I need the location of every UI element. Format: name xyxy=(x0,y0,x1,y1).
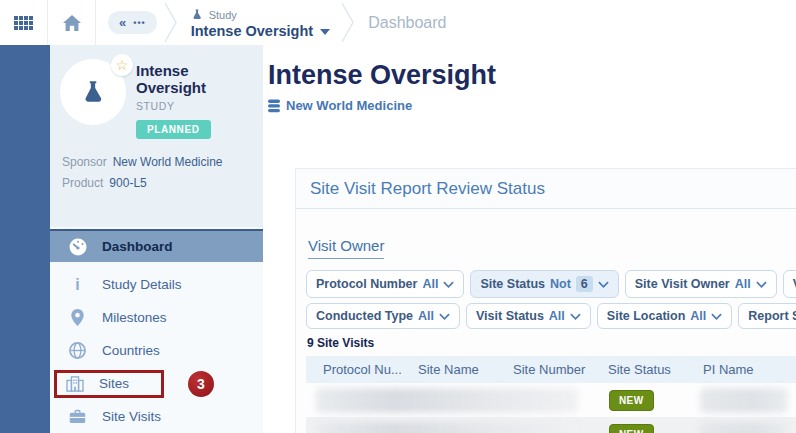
filter-row-1: Protocol Number All Site Status Not 6 Si… xyxy=(306,270,796,298)
collapse-chevrons-icon: « xyxy=(119,15,126,30)
filter-row-2: Conducted Type All Visit Status All Site… xyxy=(306,303,796,329)
chevron-down-icon xyxy=(443,281,454,288)
filter-value-chip: 6 xyxy=(576,276,593,292)
column-header[interactable]: Site Number xyxy=(496,362,591,377)
study-selector-label: Intense Oversight xyxy=(191,23,313,39)
study-selector[interactable]: Intense Oversight xyxy=(191,23,330,39)
redacted-cell xyxy=(316,388,578,413)
breadcrumb-section: Study xyxy=(191,8,330,21)
sponsor-row: Sponsor New World Medicine xyxy=(62,155,253,169)
building-icon xyxy=(65,376,84,392)
filter-visit-type[interactable]: Visit Type All xyxy=(783,270,796,298)
visit-owner-tab-link[interactable]: Visit Owner xyxy=(308,237,384,259)
sidebar-item-study-details[interactable]: i Study Details xyxy=(50,268,263,301)
sidebar-item-sites[interactable]: Sites 3 xyxy=(50,367,263,400)
sidebar-item-dashboard[interactable]: Dashboard xyxy=(50,229,263,262)
app-window: « ••• Study Intense Oversight Dashboard xyxy=(0,0,796,433)
status-badge: NEW xyxy=(609,390,654,411)
top-navigation-bar: « ••• Study Intense Oversight Dashboard xyxy=(0,0,796,45)
filter-site-location[interactable]: Site Location All xyxy=(597,303,732,329)
left-rail xyxy=(0,45,50,433)
breadcrumb-section-label: Study xyxy=(209,9,237,21)
study-sidebar: ☆ Intense Oversight STUDY PLANNED Sponso… xyxy=(50,45,263,433)
table-row[interactable]: NEW xyxy=(306,383,796,417)
panel-title: Site Visit Report Review Status xyxy=(296,169,796,209)
more-dots-icon: ••• xyxy=(133,18,145,28)
sidebar-item-label: Milestones xyxy=(102,310,167,325)
study-avatar: ☆ xyxy=(60,59,126,125)
globe-icon xyxy=(68,342,87,359)
chevron-down-icon xyxy=(711,313,722,320)
redacted-cell xyxy=(700,388,788,413)
sidebar-item-label: Study Details xyxy=(102,277,182,292)
filter-conducted-type[interactable]: Conducted Type All xyxy=(306,303,460,329)
chevron-down-icon xyxy=(570,313,581,320)
gauge-icon xyxy=(68,238,87,256)
report-review-panel: Site Visit Report Review Status Visit Ow… xyxy=(295,168,796,433)
main-content: Intense Oversight New World Medicine Sit… xyxy=(263,45,796,433)
grid-icon xyxy=(14,16,33,30)
page-title: Intense Oversight xyxy=(268,60,796,91)
sidebar-item-label: Sites xyxy=(99,376,129,391)
sponsor-label: Sponsor xyxy=(62,155,107,169)
filter-visit-status[interactable]: Visit Status All xyxy=(466,303,591,329)
sidebar-item-countries[interactable]: Countries xyxy=(50,334,263,367)
breadcrumb-current-page: Dashboard xyxy=(354,14,446,32)
sponsor-value: New World Medicine xyxy=(113,155,223,169)
filter-report-status[interactable]: Report Status All xyxy=(738,303,796,329)
flask-icon xyxy=(80,78,106,106)
sidebar-item-site-visits[interactable]: Site Visits xyxy=(50,400,263,433)
product-value: 900-L5 xyxy=(109,176,146,190)
column-header[interactable]: PI Name xyxy=(686,362,796,377)
chevron-down-icon xyxy=(320,29,330,35)
product-label: Product xyxy=(62,176,103,190)
sidebar-item-label: Countries xyxy=(102,343,160,358)
site-visits-table: Protocol Nu... Site Name Site Number Sit… xyxy=(306,356,796,433)
organization-name: New World Medicine xyxy=(286,98,412,113)
chevron-down-icon xyxy=(439,313,450,320)
app-launcher-button[interactable] xyxy=(0,0,48,45)
info-icon: i xyxy=(68,277,87,293)
chevron-down-icon xyxy=(598,281,609,288)
study-card: ☆ Intense Oversight STUDY PLANNED Sponso… xyxy=(50,45,263,227)
briefcase-icon xyxy=(68,409,87,424)
home-icon xyxy=(63,15,81,31)
column-header[interactable]: Site Name xyxy=(401,362,496,377)
home-button[interactable] xyxy=(48,0,96,45)
breadcrumb-separator-icon xyxy=(165,0,177,45)
annotation-highlight-box: Sites xyxy=(54,370,164,398)
results-count: 9 Site Visits xyxy=(307,336,796,350)
flask-icon xyxy=(191,8,203,21)
favorite-star-icon[interactable]: ☆ xyxy=(111,54,133,76)
redacted-cell xyxy=(700,422,788,433)
chevron-down-icon xyxy=(756,281,767,288)
annotation-step-badge: 3 xyxy=(188,371,214,397)
filter-site-status[interactable]: Site Status Not 6 xyxy=(470,270,618,298)
sidebar-menu: Dashboard i Study Details Milestones xyxy=(50,227,263,433)
column-header[interactable]: Site Status xyxy=(591,362,686,377)
organization-link[interactable]: New World Medicine xyxy=(268,98,796,113)
study-card-title: Intense Oversight xyxy=(136,62,253,96)
filter-protocol-number[interactable]: Protocol Number All xyxy=(306,270,464,298)
study-card-type: STUDY xyxy=(136,100,253,112)
nav-collapse-control[interactable]: « ••• xyxy=(108,11,157,34)
sidebar-item-label: Dashboard xyxy=(102,239,173,254)
sidebar-item-label: Site Visits xyxy=(102,409,161,424)
table-row[interactable]: NEW xyxy=(306,417,796,433)
sidebar-item-milestones[interactable]: Milestones xyxy=(50,301,263,334)
table-header: Protocol Nu... Site Name Site Number Sit… xyxy=(306,356,796,383)
filter-site-visit-owner[interactable]: Site Visit Owner All xyxy=(625,270,777,298)
status-badge: PLANNED xyxy=(136,120,211,139)
redacted-cell xyxy=(316,422,578,433)
pin-icon xyxy=(68,309,87,326)
breadcrumb: Study Intense Oversight xyxy=(177,0,342,45)
status-badge: NEW xyxy=(609,424,654,433)
database-icon xyxy=(268,99,280,113)
product-row: Product 900-L5 xyxy=(62,176,253,190)
column-header[interactable]: Protocol Nu... xyxy=(306,362,401,377)
breadcrumb-separator-icon xyxy=(342,0,354,45)
